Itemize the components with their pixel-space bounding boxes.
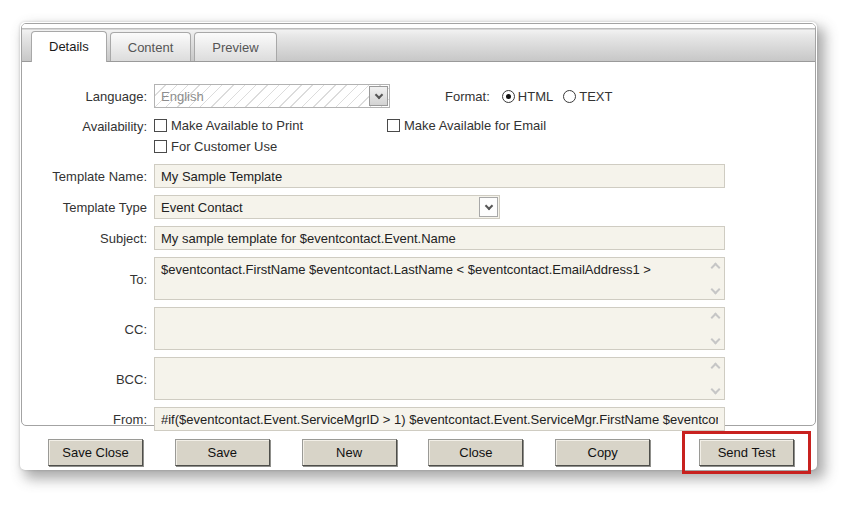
- checkbox-available-print[interactable]: [154, 119, 167, 132]
- format-label: Format:: [445, 89, 490, 104]
- bcc-textarea[interactable]: [155, 358, 702, 399]
- from-label: From:: [22, 411, 147, 427]
- checkbox-available-email[interactable]: [387, 119, 400, 132]
- language-label: Language:: [22, 88, 147, 104]
- checkbox-available-email-label: Make Available for Email: [404, 118, 546, 133]
- close-button[interactable]: Close: [428, 439, 523, 466]
- bcc-label: BCC:: [22, 371, 147, 387]
- checkbox-customer-use[interactable]: [154, 140, 167, 153]
- to-textarea[interactable]: $eventcontact.FirstName $eventcontact.La…: [155, 258, 702, 299]
- format-radio-group: HTML TEXT: [502, 89, 613, 104]
- template-type-select[interactable]: Event Contact: [154, 195, 500, 219]
- scroll-up-icon[interactable]: [712, 314, 719, 321]
- checkbox-available-print-label: Make Available to Print: [171, 118, 303, 133]
- template-editor-dialog: Details Content Preview Language: Englis…: [20, 22, 817, 470]
- template-name-label: Template Name:: [22, 168, 147, 184]
- radio-text-label: TEXT: [579, 89, 612, 104]
- dropdown-arrow-icon[interactable]: [369, 86, 388, 106]
- tab-details[interactable]: Details: [31, 31, 107, 62]
- new-button[interactable]: New: [302, 439, 397, 466]
- template-type-label: Template Type: [22, 199, 147, 215]
- checkbox-customer-use-label: For Customer Use: [171, 139, 277, 154]
- language-value: English: [161, 89, 204, 104]
- scroll-down-icon[interactable]: [712, 389, 719, 393]
- subject-input[interactable]: [154, 226, 725, 250]
- availability-label: Availability:: [22, 115, 147, 134]
- radio-html[interactable]: [502, 90, 515, 103]
- scroll-up-icon[interactable]: [712, 264, 719, 271]
- template-type-value: Event Contact: [161, 200, 243, 215]
- send-test-button[interactable]: Send Test: [699, 439, 794, 466]
- copy-button[interactable]: Copy: [555, 439, 650, 466]
- radio-html-label: HTML: [518, 89, 553, 104]
- subject-label: Subject:: [22, 230, 147, 246]
- radio-text[interactable]: [563, 90, 576, 103]
- cc-label: CC:: [22, 321, 147, 337]
- save-button[interactable]: Save: [175, 439, 270, 466]
- to-label: To:: [22, 271, 147, 287]
- cc-textarea[interactable]: [155, 308, 702, 349]
- language-select: English: [154, 84, 390, 108]
- scroll-up-icon[interactable]: [712, 364, 719, 371]
- scroll-down-icon[interactable]: [712, 339, 719, 343]
- template-form: Language: English Format: HTML: [22, 84, 815, 431]
- tab-preview[interactable]: Preview: [194, 32, 276, 61]
- tab-panel: Details Content Preview Language: Englis…: [21, 23, 816, 426]
- save-close-button[interactable]: Save Close: [48, 439, 143, 466]
- send-test-highlight-box: Send Test: [682, 431, 811, 474]
- tab-strip: Details Content Preview: [22, 24, 815, 62]
- details-tab-content: Language: English Format: HTML: [22, 62, 815, 431]
- dropdown-arrow-icon[interactable]: [479, 197, 498, 217]
- tab-content[interactable]: Content: [110, 32, 192, 61]
- scroll-down-icon[interactable]: [712, 289, 719, 293]
- action-button-row: Save Close Save New Close Copy Send Test: [20, 426, 817, 470]
- template-name-input[interactable]: [154, 164, 725, 188]
